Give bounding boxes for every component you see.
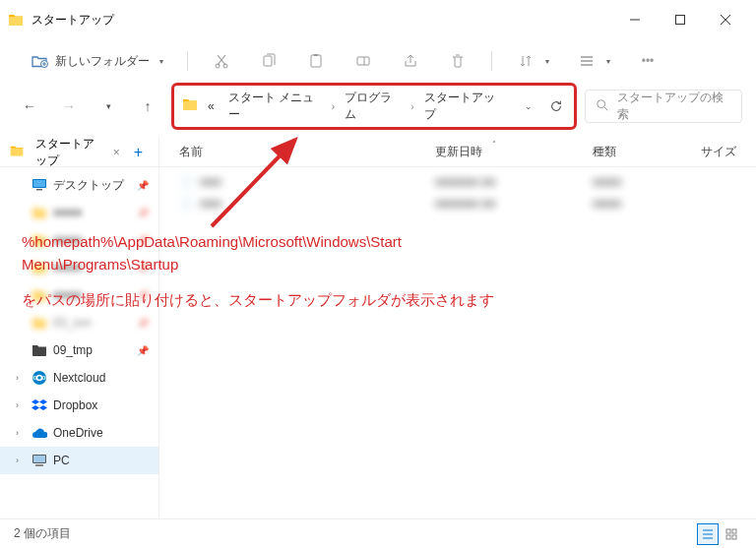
refresh-button[interactable] bbox=[545, 95, 566, 117]
minimize-button[interactable] bbox=[612, 4, 658, 35]
pc-icon bbox=[32, 453, 47, 468]
forward-button[interactable]: → bbox=[53, 91, 85, 122]
sidebar-item-label: Nextcloud bbox=[53, 371, 105, 385]
breadcrumb-overflow[interactable]: « bbox=[204, 97, 219, 115]
annotation-text: をパスの場所に貼り付けると、スタートアップフォルダが表示されます bbox=[22, 289, 494, 312]
svg-rect-23 bbox=[732, 535, 736, 539]
sidebar-item[interactable]: ›Dropbox bbox=[0, 392, 158, 419]
rename-button[interactable] bbox=[344, 45, 383, 77]
copy-button[interactable] bbox=[249, 45, 288, 77]
history-dropdown[interactable]: ⌄ bbox=[519, 95, 539, 117]
breadcrumb-item[interactable]: スタート メニュー bbox=[224, 88, 326, 125]
pin-icon: 📌 bbox=[137, 318, 149, 329]
breadcrumb-item[interactable]: スタートアップ bbox=[420, 88, 507, 125]
chevron-right-icon: › bbox=[332, 101, 335, 112]
share-button[interactable] bbox=[391, 45, 430, 77]
pin-icon: 📌 bbox=[137, 208, 149, 218]
column-headers[interactable]: ˄ 名前 更新日時 種類 サイズ bbox=[159, 138, 756, 167]
sidebar-item-label: ■■■■ bbox=[53, 206, 82, 219]
sidebar-item-label: PC bbox=[53, 454, 70, 467]
delete-button[interactable] bbox=[438, 45, 477, 77]
svg-rect-11 bbox=[36, 189, 42, 191]
tab-startup[interactable]: スタートアップ bbox=[32, 138, 105, 171]
svg-point-8 bbox=[598, 99, 605, 107]
svg-point-12 bbox=[32, 371, 46, 385]
maximize-button[interactable] bbox=[658, 4, 703, 35]
annotation-path: %homepath%\AppData\Roaming\Microsoft\Win… bbox=[22, 231, 494, 254]
share-icon bbox=[401, 51, 420, 71]
sidebar-item-label: 03_svn bbox=[53, 316, 92, 330]
svg-rect-4 bbox=[264, 56, 272, 66]
cut-icon bbox=[212, 51, 231, 71]
svg-rect-21 bbox=[732, 529, 736, 533]
sidebar-item[interactable]: 03_svn📌 bbox=[0, 309, 158, 336]
separator bbox=[187, 51, 188, 71]
address-bar[interactable]: « スタート メニュー › プログラム › スタートアップ ⌄ bbox=[171, 83, 577, 130]
file-row[interactable]: 📄■■■■■■■■■ ■■■■■■ bbox=[159, 171, 756, 193]
search-placeholder: スタートアップの検索 bbox=[617, 90, 731, 123]
search-input[interactable]: スタートアップの検索 bbox=[585, 90, 742, 123]
cut-button[interactable] bbox=[202, 45, 241, 77]
folder-icon bbox=[32, 205, 47, 220]
view-icons-button[interactable] bbox=[721, 523, 742, 545]
column-type[interactable]: 種類 bbox=[593, 144, 691, 160]
sidebar-item-label: 09_tmp bbox=[53, 343, 93, 357]
folder-icon bbox=[182, 96, 198, 116]
sort-icon bbox=[516, 51, 536, 71]
chevron-right-icon: › bbox=[16, 400, 26, 410]
chevron-right-icon: › bbox=[410, 101, 413, 112]
chevron-right-icon: › bbox=[16, 373, 26, 383]
chevron-right-icon: › bbox=[16, 428, 26, 438]
chevron-down-icon: ▾ bbox=[159, 57, 163, 66]
view-details-button[interactable] bbox=[697, 523, 719, 545]
onedrive-icon bbox=[32, 425, 47, 441]
column-size[interactable]: サイズ bbox=[691, 144, 756, 160]
svg-rect-22 bbox=[726, 535, 730, 539]
close-button[interactable] bbox=[703, 4, 748, 35]
svg-rect-0 bbox=[676, 16, 685, 25]
view-icon bbox=[577, 51, 597, 71]
sidebar-item[interactable]: ›Nextcloud bbox=[0, 364, 158, 392]
sidebar-item[interactable]: ■■■■📌 bbox=[0, 199, 158, 226]
column-name[interactable]: 名前 bbox=[179, 144, 435, 160]
pin-icon: 📌 bbox=[137, 180, 149, 191]
folder-icon bbox=[32, 315, 47, 331]
breadcrumb-item[interactable]: プログラム bbox=[341, 88, 405, 125]
new-folder-button[interactable]: 新しいフォルダー ▾ bbox=[20, 45, 173, 77]
svg-rect-20 bbox=[726, 529, 730, 533]
more-button[interactable]: ••• bbox=[628, 45, 667, 77]
status-count: 2 個の項目 bbox=[14, 525, 71, 542]
annotation-path: Menu\Programs\Startup bbox=[22, 254, 494, 276]
window-title: スタートアップ bbox=[32, 12, 612, 29]
dropbox-icon bbox=[32, 397, 47, 413]
tab-close-button[interactable]: × bbox=[113, 146, 120, 159]
annotation-overlay: %homepath%\AppData\Roaming\Microsoft\Win… bbox=[22, 231, 494, 312]
copy-icon bbox=[259, 51, 279, 71]
svg-rect-5 bbox=[311, 55, 321, 67]
rename-icon bbox=[353, 51, 373, 71]
nextcloud-icon bbox=[32, 370, 47, 386]
sidebar-item-label: デスクトップ bbox=[53, 177, 124, 194]
tab-add-button[interactable]: + bbox=[128, 144, 149, 161]
new-folder-icon bbox=[30, 51, 49, 71]
chevron-right-icon: › bbox=[16, 456, 26, 465]
new-folder-label: 新しいフォルダー bbox=[55, 53, 150, 70]
sidebar-item-label: Dropbox bbox=[53, 398, 97, 412]
column-date[interactable]: 更新日時 bbox=[435, 144, 593, 160]
separator bbox=[491, 51, 492, 71]
sidebar-item[interactable]: ›PC bbox=[0, 447, 158, 474]
sort-button[interactable]: ▾ bbox=[506, 45, 559, 77]
sidebar-item[interactable]: デスクトップ📌 bbox=[0, 171, 158, 199]
file-row[interactable]: 📄■■■■■■■■■ ■■■■■■ bbox=[159, 193, 756, 214]
paste-icon bbox=[306, 51, 326, 71]
folder-icon bbox=[8, 12, 24, 28]
view-button[interactable]: ▾ bbox=[567, 45, 620, 77]
sidebar-item[interactable]: 09_tmp📌 bbox=[0, 336, 158, 364]
up-button[interactable]: ↑ bbox=[132, 91, 163, 122]
recent-button[interactable]: ▾ bbox=[93, 91, 124, 122]
back-button[interactable]: ← bbox=[14, 91, 45, 122]
search-icon bbox=[596, 98, 609, 115]
sort-indicator-icon: ˄ bbox=[492, 140, 496, 149]
sidebar-item[interactable]: ›OneDrive bbox=[0, 419, 158, 447]
paste-button[interactable] bbox=[296, 45, 336, 77]
